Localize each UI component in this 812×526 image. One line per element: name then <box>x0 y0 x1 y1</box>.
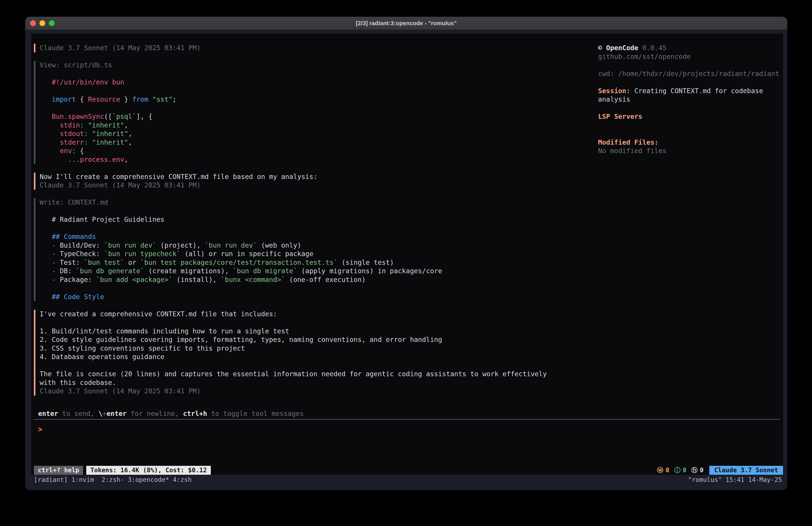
circled-w-icon: ⓦ <box>657 466 663 475</box>
text-line <box>40 104 598 113</box>
text-line: View: script/db.ts <box>40 61 598 70</box>
info-counter: ⓘ 0 <box>674 466 686 475</box>
text-line <box>598 61 779 70</box>
text-line: analysis <box>598 95 779 104</box>
text-line: 1. Build/lint/test commands including ho… <box>40 327 598 336</box>
text-line: ## Code Style <box>40 293 598 301</box>
help-chip[interactable]: ctrl+? help <box>34 466 83 475</box>
text-line: cwd: /home/thdxr/dev/projects/radiant/ra… <box>598 70 779 78</box>
prompt-input[interactable]: > <box>38 425 780 436</box>
text-line: github.com/sst/opencode <box>598 52 779 61</box>
assistant-header-block: Claude 3.7 Sonnet (14 May 2025 03:41 PM) <box>34 44 598 52</box>
text-line: - TypeCheck: `bun run typecheck` (all) o… <box>40 250 598 258</box>
text-line <box>40 207 598 215</box>
assistant-summary-block: I've created a comprehensive CONTEXT.md … <box>34 310 598 396</box>
text-line: Modified Files: <box>598 138 779 147</box>
text-line: - Test: `bun test` or `bun test packages… <box>40 258 598 267</box>
text-line: stdin: "inherit", <box>40 121 598 130</box>
text-line: No modified files <box>598 147 779 155</box>
status-bar: ctrl+? help Tokens: 16.4K (8%), Cost: $0… <box>34 466 783 475</box>
text-line: stdout: "inherit", <box>40 129 598 138</box>
text-line <box>40 284 598 293</box>
text-line <box>598 121 779 130</box>
text-line: Now I'll create a comprehensive CONTEXT.… <box>40 172 598 181</box>
text-line: 3. CSS styling conventions specific to t… <box>40 344 598 353</box>
window-titlebar[interactable]: [2/3] radiant:3:opencode - "romulus" <box>25 17 787 30</box>
circled-i-icon: ⓘ <box>674 466 681 475</box>
chat-transcript: Claude 3.7 Sonnet (14 May 2025 03:41 PM)… <box>31 44 598 404</box>
text-line: © OpenCode 0.0.45 <box>598 44 779 52</box>
text-line <box>40 224 598 233</box>
text-line: I've created a comprehensive CONTEXT.md … <box>40 310 598 318</box>
info-count: 0 <box>683 466 686 475</box>
model-chip[interactable]: Claude 3.7 Sonnet <box>709 466 783 475</box>
keyboard-hints: enter to send, \+enter for newline, ctrl… <box>38 409 304 418</box>
text-line: stderr: "inherit", <box>40 138 598 147</box>
text-line: # Radiant Project Guidelines <box>40 215 598 224</box>
tmux-status-bar: [radiant] 1:nvim 2:zsh- 3:opencode* 4:zs… <box>25 475 787 485</box>
text-line <box>40 70 598 78</box>
text-line <box>598 129 779 138</box>
terminal-window: [2/3] radiant:3:opencode - "romulus" Cla… <box>25 17 787 490</box>
text-line: with this codebase. <box>40 379 598 387</box>
text-line: 4. Database operations guidance <box>40 353 598 361</box>
tool-write-block: Write: CONTEXT.md # Radiant Project Guid… <box>34 198 598 301</box>
text-line: The file is concise (20 lines) and captu… <box>40 370 598 379</box>
text-line: ## Commands <box>40 232 598 241</box>
tmux-host-clock: "romulus" 15:41 14-May-25 <box>688 476 782 483</box>
minimize-button[interactable] <box>40 20 45 26</box>
warning-counter: ⓦ 0 <box>657 466 669 475</box>
text-line: Bun.spawnSync([`psql`], { <box>40 112 598 121</box>
text-line: Session: Creating CONTEXT.md for codebas… <box>598 87 779 95</box>
text-line: Claude 3.7 Sonnet (14 May 2025 03:41 PM) <box>40 387 598 396</box>
prompt-caret: > <box>38 425 42 433</box>
text-line: - Package: `bun add <package>` (install)… <box>40 275 598 284</box>
assistant-message-block: Now I'll create a comprehensive CONTEXT.… <box>34 172 598 190</box>
hint-count: 0 <box>700 466 704 475</box>
text-line <box>598 78 779 87</box>
text-line: LSP Servers <box>598 112 779 121</box>
window-title: [2/3] radiant:3:opencode - "romulus" <box>356 20 456 27</box>
text-line <box>598 104 779 113</box>
text-line: Claude 3.7 Sonnet (14 May 2025 03:41 PM) <box>40 181 598 190</box>
text-line <box>40 87 598 95</box>
text-line: - DB: `bun db generate` (create migratio… <box>40 267 598 275</box>
tmux-windows[interactable]: [radiant] 1:nvim 2:zsh- 3:opencode* 4:zs… <box>34 476 192 483</box>
input-divider <box>34 419 780 420</box>
diagnostic-counters: ⓦ 0 ⓘ 0 ⓗ 0 <box>652 466 704 475</box>
text-line: ...process.env, <box>40 155 598 164</box>
hint-counter: ⓗ 0 <box>692 466 704 475</box>
traffic-lights <box>30 17 55 30</box>
text-line <box>40 318 598 327</box>
opencode-layout: Claude 3.7 Sonnet (14 May 2025 03:41 PM)… <box>31 34 783 404</box>
text-line: #!/usr/bin/env bun <box>40 78 598 87</box>
warning-count: 0 <box>666 466 669 475</box>
tokens-cost-chip: Tokens: 16.4K (8%), Cost: $0.12 <box>86 466 211 475</box>
close-button[interactable] <box>30 20 36 26</box>
terminal-content: Claude 3.7 Sonnet (14 May 2025 03:41 PM)… <box>31 34 783 475</box>
info-sidebar: © OpenCode 0.0.45github.com/sst/opencode… <box>598 44 783 404</box>
text-line: Claude 3.7 Sonnet (14 May 2025 03:41 PM) <box>40 44 598 52</box>
zoom-button[interactable] <box>49 20 55 26</box>
circled-h-icon: ⓗ <box>692 466 698 475</box>
text-line: 2. Code style guidelines covering import… <box>40 336 598 344</box>
text-line <box>40 361 598 370</box>
text-line: Write: CONTEXT.md <box>40 198 598 207</box>
text-line: import { Resource } from "sst"; <box>40 95 598 104</box>
text-line: - Build/Dev: `bun run dev` (project), `b… <box>40 241 598 250</box>
tool-view-block: View: script/db.ts #!/usr/bin/env bun im… <box>34 61 598 164</box>
text-line: env: { <box>40 147 598 155</box>
